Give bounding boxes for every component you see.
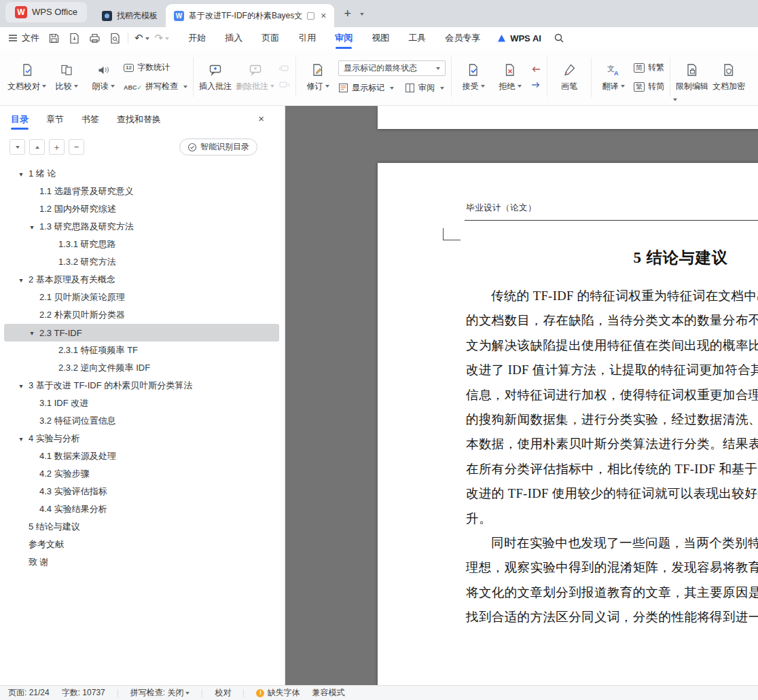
toc-item[interactable]: 致 谢: [4, 553, 279, 571]
spell-check-status[interactable]: 拼写检查: 关闭: [130, 687, 190, 699]
sidebar-tab-chapters[interactable]: 章节: [46, 106, 64, 133]
tab-home[interactable]: 开始: [179, 27, 215, 49]
toc-item-label: 5 结论与建议: [29, 521, 80, 533]
tab-insert[interactable]: 插入: [215, 27, 252, 49]
toc-item[interactable]: ▾1.3 研究思路及研究方法: [4, 218, 279, 236]
tab-list-chevron-icon[interactable]: [355, 6, 367, 22]
app-title: WPS Office: [32, 7, 77, 17]
toc-item[interactable]: ▾3 基于改进 TF-IDF 的朴素贝叶斯分类算法: [4, 377, 279, 394]
tab-view[interactable]: 视图: [362, 27, 399, 49]
export-pdf-button[interactable]: [68, 32, 81, 45]
page-header-line: [465, 220, 758, 221]
brush-button[interactable]: 画笔: [553, 62, 585, 92]
show-markup-button[interactable]: 显示标记: [338, 82, 394, 94]
traditional-to-simplified-button[interactable]: 繁 转简: [634, 81, 664, 92]
save-button[interactable]: [48, 32, 60, 45]
tab-review[interactable]: 审阅: [325, 27, 362, 49]
doc-encrypt-button[interactable]: 文档加密: [712, 62, 745, 92]
toc-item[interactable]: 2.3.1 特征项频率 TF: [4, 342, 279, 359]
file-menu-button[interactable]: 文件: [8, 32, 39, 44]
toc-item[interactable]: 3.2 特征词位置信息: [4, 412, 279, 430]
close-tab-icon[interactable]: ×: [321, 11, 326, 20]
doc-tab-docer[interactable]: 找稻壳模板: [94, 4, 166, 27]
toc-item[interactable]: 1.3.2 研究方法: [4, 253, 279, 271]
new-tab-button[interactable]: +: [344, 7, 351, 20]
toc-item[interactable]: 4.4 实验结果分析: [4, 500, 279, 518]
sidebar-tab-toc[interactable]: 目录: [11, 106, 29, 133]
ribbon-more-icon[interactable]: [673, 98, 677, 101]
compatibility-mode-status[interactable]: 兼容模式: [312, 687, 344, 699]
toc-expand-triangle-icon[interactable]: ▾: [27, 329, 37, 337]
toc-item[interactable]: 1.1 选题背景及研究意义: [4, 183, 279, 200]
doc-proofread-button[interactable]: 文档校对: [7, 62, 46, 92]
tab-reference[interactable]: 引用: [289, 27, 325, 49]
toc-expand-triangle-icon[interactable]: ▾: [16, 170, 26, 178]
document-page[interactable]: 毕业设计（论文） 5 结论与建议 传统的 TF-IDF 的特征词权重为特征词在文…: [378, 163, 758, 685]
toc-expand-triangle-icon[interactable]: ▾: [16, 276, 26, 284]
markup-state-select[interactable]: 显示标记的最终状态: [338, 60, 446, 76]
missing-font-status[interactable]: ! 缺失字体: [256, 687, 300, 699]
accept-revision-button[interactable]: 接受: [457, 62, 490, 92]
document-area[interactable]: 毕业设计（论文） 5 结论与建议 传统的 TF-IDF 的特征词权重为特征词在文…: [285, 106, 758, 685]
read-aloud-button[interactable]: 朗读: [87, 62, 120, 92]
undo-button[interactable]: ↶: [134, 33, 149, 43]
toc-item[interactable]: ▾2.3 TF-IDF: [4, 324, 279, 342]
simplified-to-traditional-button[interactable]: 简 转繁: [634, 62, 664, 73]
toc-item[interactable]: 2.3.2 逆向文件频率 IDF: [4, 359, 279, 377]
tab-page[interactable]: 页面: [252, 27, 289, 49]
reject-revision-button[interactable]: 拒绝: [494, 62, 526, 92]
wps-office-home-button[interactable]: W WPS Office: [5, 2, 87, 22]
toc-item[interactable]: 4.2 实验步骤: [4, 465, 279, 483]
word-count-button[interactable]: 12 字数统计: [124, 62, 170, 73]
proofread-status[interactable]: 校对: [215, 687, 231, 699]
toc-item[interactable]: 5 结论与建议: [4, 518, 279, 536]
print-preview-button[interactable]: [109, 32, 122, 45]
doc-tab-active[interactable]: W 基于改进TF-IDF的朴素Bayes文 ×: [166, 4, 335, 27]
close-sidebar-icon[interactable]: ×: [258, 113, 264, 124]
previous-comment-button[interactable]: [278, 65, 290, 73]
previous-page[interactable]: [378, 106, 758, 129]
wps-ai-button[interactable]: WPS AI: [497, 33, 541, 43]
toc-item-label: 致 谢: [29, 556, 49, 568]
expand-all-button[interactable]: [29, 139, 45, 155]
previous-revision-button[interactable]: [530, 65, 541, 73]
restrict-editing-button[interactable]: 限制编辑: [676, 62, 708, 92]
search-icon[interactable]: [554, 33, 564, 43]
tab-member[interactable]: 会员专享: [435, 27, 490, 49]
toc-item[interactable]: 3.1 IDF 改进: [4, 394, 279, 412]
toc-item[interactable]: ▾4 实验与分析: [4, 430, 279, 447]
sidebar-tab-bookmarks[interactable]: 书签: [82, 106, 99, 133]
insert-comment-button[interactable]: 插入批注: [199, 62, 232, 92]
review-pane-button[interactable]: 审阅: [405, 82, 444, 94]
toc-item[interactable]: 参考文献: [4, 536, 279, 553]
toc-item[interactable]: 4.1 数据来源及处理: [4, 447, 279, 465]
next-revision-button[interactable]: [530, 81, 541, 89]
toc-expand-triangle-icon[interactable]: ▾: [16, 382, 26, 390]
toc-item[interactable]: 1.3.1 研究思路: [4, 236, 279, 253]
spell-check-button[interactable]: ABC✓ 拼写检查: [124, 81, 187, 92]
toc-expand-triangle-icon[interactable]: ▾: [27, 223, 37, 231]
zoom-out-toc-button[interactable]: −: [69, 139, 84, 155]
print-button[interactable]: [88, 32, 101, 45]
toc-expand-triangle-icon[interactable]: ▾: [16, 435, 26, 443]
track-changes-button[interactable]: 修订: [302, 62, 334, 92]
translate-button[interactable]: 文A 翻译: [597, 62, 630, 92]
toc-item[interactable]: 1.2 国内外研究综述: [4, 200, 279, 218]
delete-comment-button[interactable]: 删除批注: [236, 62, 274, 92]
toc-item-label: 3 基于改进 TF-IDF 的朴素贝叶斯分类算法: [29, 380, 192, 392]
toc-item[interactable]: 4.3 实验评估指标: [4, 483, 279, 500]
smart-toc-button[interactable]: 智能识别目录: [179, 139, 257, 155]
toc-item[interactable]: ▾2 基本原理及有关概念: [4, 271, 279, 289]
collapse-all-button[interactable]: [10, 139, 25, 155]
zoom-in-toc-button[interactable]: ＋: [49, 139, 65, 155]
compare-button[interactable]: 比较: [50, 62, 83, 92]
redo-button[interactable]: ↷: [155, 33, 170, 43]
page-indicator[interactable]: 页面: 21/24: [8, 687, 50, 699]
toc-item[interactable]: ▾1 绪 论: [4, 165, 279, 183]
toc-item[interactable]: 2.2 朴素贝叶斯分类器: [4, 306, 279, 324]
next-comment-button[interactable]: [278, 81, 290, 90]
tab-tools[interactable]: 工具: [399, 27, 435, 49]
toc-item[interactable]: 2.1 贝叶斯决策论原理: [4, 289, 279, 306]
sidebar-tab-find-replace[interactable]: 查找和替换: [117, 106, 161, 133]
word-count-indicator[interactable]: 字数: 10737: [62, 687, 105, 699]
